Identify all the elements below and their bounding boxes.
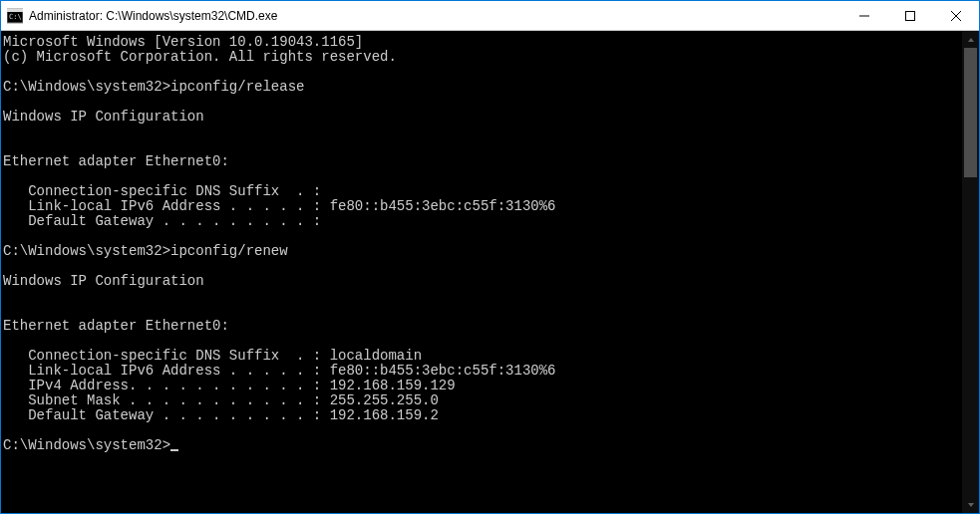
svg-rect-4 bbox=[906, 11, 915, 20]
svg-rect-1 bbox=[7, 9, 23, 12]
window-controls bbox=[841, 1, 979, 30]
terminal-cursor bbox=[170, 449, 178, 451]
terminal-text: Microsoft Windows [Version 10.0.19043.11… bbox=[3, 34, 556, 423]
cmd-icon: C:\ bbox=[7, 8, 23, 24]
svg-marker-7 bbox=[968, 38, 974, 42]
maximize-button[interactable] bbox=[887, 1, 933, 30]
svg-marker-8 bbox=[968, 503, 974, 507]
vertical-scrollbar[interactable] bbox=[962, 31, 979, 513]
titlebar[interactable]: C:\ Administrator: C:\Windows\system32\C… bbox=[1, 1, 979, 31]
terminal-output[interactable]: Microsoft Windows [Version 10.0.19043.11… bbox=[1, 31, 962, 513]
cmd-window: C:\ Administrator: C:\Windows\system32\C… bbox=[0, 0, 980, 514]
scroll-down-arrow-icon[interactable] bbox=[962, 496, 979, 513]
window-title: Administrator: C:\Windows\system32\CMD.e… bbox=[29, 9, 277, 23]
client-area: Microsoft Windows [Version 10.0.19043.11… bbox=[1, 31, 979, 513]
close-button[interactable] bbox=[933, 1, 979, 30]
scroll-thumb[interactable] bbox=[964, 48, 977, 177]
terminal-prompt: C:\Windows\system32> bbox=[3, 437, 170, 453]
scroll-up-arrow-icon[interactable] bbox=[962, 31, 979, 48]
minimize-button[interactable] bbox=[841, 1, 887, 30]
svg-text:C:\: C:\ bbox=[9, 13, 22, 21]
